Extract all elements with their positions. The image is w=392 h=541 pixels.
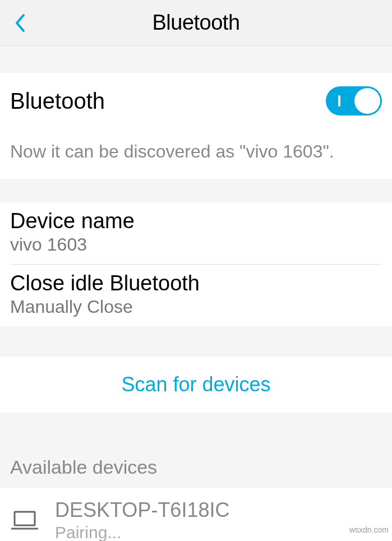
spacer <box>0 179 392 202</box>
svg-rect-0 <box>15 512 35 525</box>
spacer <box>0 326 392 357</box>
device-status: Pairing... <box>55 523 382 541</box>
toggle-knob <box>354 88 380 114</box>
back-icon[interactable] <box>11 12 28 34</box>
device-list-item[interactable]: DESKTOP-T6I18IC Pairing... <box>0 488 392 541</box>
toggle-on-indicator <box>338 95 340 107</box>
available-devices-header: Available devices <box>0 413 392 488</box>
scan-button[interactable]: Scan for devices <box>0 357 392 413</box>
device-name-title: Device name <box>10 209 382 233</box>
device-info: DESKTOP-T6I18IC Pairing... <box>55 498 382 541</box>
close-idle-title: Close idle Bluetooth <box>10 271 382 295</box>
spacer <box>0 46 392 73</box>
device-name-value: vivo 1603 <box>10 234 382 255</box>
scan-label: Scan for devices <box>121 373 270 396</box>
watermark: wsxdn.com <box>349 525 389 534</box>
available-devices-title: Available devices <box>10 456 382 478</box>
bluetooth-toggle-row[interactable]: Bluetooth <box>0 73 392 129</box>
page-title: Bluetooth <box>0 11 392 35</box>
device-name: DESKTOP-T6I18IC <box>55 498 382 522</box>
bluetooth-toggle[interactable] <box>326 86 382 115</box>
device-name-row[interactable]: Device name vivo 1603 <box>0 202 392 264</box>
discover-text: Now it can be discovered as "vivo 1603". <box>10 141 382 162</box>
discover-info-row: Now it can be discovered as "vivo 1603". <box>0 129 392 179</box>
laptop-icon <box>10 508 39 532</box>
close-idle-value: Manually Close <box>10 297 382 317</box>
header-bar: Bluetooth <box>0 0 392 46</box>
close-idle-row[interactable]: Close idle Bluetooth Manually Close <box>0 265 392 326</box>
bluetooth-label: Bluetooth <box>10 89 105 114</box>
